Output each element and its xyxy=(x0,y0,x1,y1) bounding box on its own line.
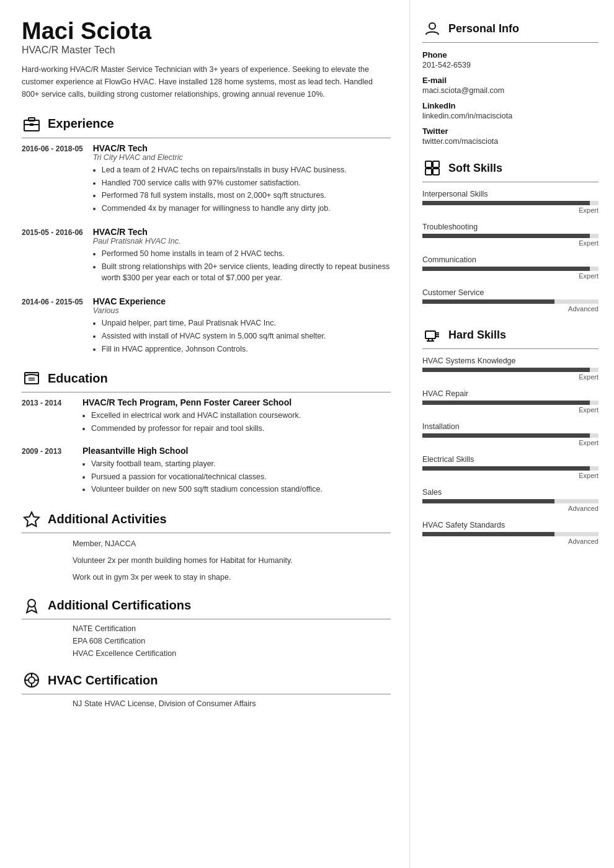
skill-bar-fill xyxy=(422,499,554,503)
svg-rect-3 xyxy=(30,123,33,126)
personal-info-icon xyxy=(422,19,442,38)
svg-point-15 xyxy=(429,23,435,29)
info-label: LinkedIn xyxy=(422,101,598,110)
skill-bar-bg xyxy=(422,433,598,438)
personal-info-fields: Phone201-542-6539E-mailmaci.sciota@gmail… xyxy=(422,50,598,146)
soft-skills-icon xyxy=(422,158,442,178)
education-header: Education xyxy=(22,368,391,392)
left-column: Maci Sciota HVAC/R Master Tech Hard-work… xyxy=(0,0,409,868)
exp-job-title: HVAC/R Tech xyxy=(93,227,391,237)
info-label: E-mail xyxy=(422,76,598,85)
edu-bullet: Commended by professor for repair and to… xyxy=(91,423,391,435)
info-value: 201-542-6539 xyxy=(422,61,598,69)
skill-level: Expert xyxy=(422,373,598,381)
hard-skills-icon xyxy=(422,325,442,345)
cert-item: HVAC Excellence Certification xyxy=(73,649,391,658)
education-title: Education xyxy=(48,371,108,386)
skill-bar-bg xyxy=(422,532,598,536)
edu-content: HVAC/R Tech Program, Penn Foster Career … xyxy=(82,397,391,436)
exp-bullets: Led a team of 2 HVAC techs on repairs/in… xyxy=(93,164,391,215)
personal-info-title: Personal Info xyxy=(448,22,519,35)
skill-name: HVAC Safety Standards xyxy=(422,521,598,529)
experience-section: Experience 2016-06 - 2018-05HVAC/R TechT… xyxy=(22,114,391,356)
experience-entry: 2016-06 - 2018-05HVAC/R TechTri City HVA… xyxy=(22,143,391,216)
skill-name: Troubleshooting xyxy=(422,223,598,231)
header: Maci Sciota HVAC/R Master Tech Hard-work… xyxy=(22,19,391,100)
activities-title: Additional Activities xyxy=(48,512,167,526)
skill-bar-bg xyxy=(422,234,598,238)
activities-list: Member, NJACCAVolunteer 2x per month bui… xyxy=(22,538,391,583)
skill-item: TroubleshootingExpert xyxy=(422,223,598,247)
edu-dates: 2013 - 2014 xyxy=(22,397,73,436)
exp-bullet: Fill in HVAC apprentice, Johnson Control… xyxy=(102,343,391,355)
resume-wrapper: Maci Sciota HVAC/R Master Tech Hard-work… xyxy=(0,0,614,868)
skill-name: Interpersonal Skills xyxy=(422,190,598,198)
exp-dates: 2015-05 - 2016-06 xyxy=(22,227,83,285)
candidate-name: Maci Sciota xyxy=(22,19,391,45)
skill-bar-fill xyxy=(422,267,590,271)
exp-bullet: Commended 4x by manager for willingness … xyxy=(102,203,391,215)
candidate-summary: Hard-working HVAC/R Master Service Techn… xyxy=(22,63,391,100)
right-column: Personal Info Phone201-542-6539E-mailmac… xyxy=(409,0,614,868)
exp-bullet: Unpaid helper, part time, Paul Pratisnak… xyxy=(102,317,391,329)
skill-bar-fill xyxy=(422,532,554,536)
activity-item: Member, NJACCA xyxy=(73,538,391,550)
exp-content: HVAC ExperienceVariousUnpaid helper, par… xyxy=(93,296,391,356)
exp-bullet: Performed 50 home installs in team of 2 … xyxy=(102,248,391,260)
skill-level: Advanced xyxy=(422,305,598,312)
skill-name: HVAC Repair xyxy=(422,389,598,398)
hard-skills-list: HVAC Systems KnowledgeExpertHVAC RepairE… xyxy=(422,356,598,545)
skill-bar-fill xyxy=(422,401,590,405)
activity-item: Work out in gym 3x per week to stay in s… xyxy=(73,572,391,583)
skill-name: Installation xyxy=(422,422,598,431)
skill-bar-bg xyxy=(422,499,598,503)
education-section: Education 2013 - 2014HVAC/R Tech Program… xyxy=(22,368,391,497)
exp-bullet: Assisted with install of HVAC system in … xyxy=(102,330,391,342)
edu-school: HVAC/R Tech Program, Penn Foster Career … xyxy=(82,397,391,407)
activities-section: Additional Activities Member, NJACCAVolu… xyxy=(22,509,391,583)
skill-item: SalesAdvanced xyxy=(422,488,598,512)
exp-dates: 2016-06 - 2018-05 xyxy=(22,143,83,216)
experience-entries: 2016-06 - 2018-05HVAC/R TechTri City HVA… xyxy=(22,143,391,356)
hvac-cert-icon xyxy=(22,670,42,690)
info-value: linkedin.com/in/macisciota xyxy=(422,112,598,120)
certifications-icon xyxy=(22,595,42,615)
skill-bar-fill xyxy=(422,433,590,438)
edu-school: Pleasantville High School xyxy=(82,446,391,456)
edu-bullet: Varsity football team, starting player. xyxy=(91,458,391,470)
exp-bullet: Built strong relationships with 20+ serv… xyxy=(102,261,391,285)
hvac-cert-header: HVAC Certification xyxy=(22,670,391,694)
skill-item: HVAC RepairExpert xyxy=(422,389,598,414)
skill-level: Expert xyxy=(422,272,598,280)
edu-bullet: Pursued a passion for vocational/technic… xyxy=(91,471,391,483)
exp-job-title: HVAC Experience xyxy=(93,296,391,306)
svg-rect-18 xyxy=(425,169,432,175)
certifications-header: Additional Certifications xyxy=(22,595,391,619)
skill-item: HVAC Safety StandardsAdvanced xyxy=(422,521,598,545)
skill-item: HVAC Systems KnowledgeExpert xyxy=(422,356,598,381)
skill-item: CommunicationExpert xyxy=(422,255,598,280)
skill-bar-fill xyxy=(422,299,554,304)
skill-bar-bg xyxy=(422,201,598,205)
exp-company: Tri City HVAC and Electric xyxy=(93,153,391,162)
info-label: Twitter xyxy=(422,126,598,136)
activities-icon xyxy=(22,509,42,529)
svg-rect-20 xyxy=(425,331,435,339)
activities-header: Additional Activities xyxy=(22,509,391,533)
soft-skills-title: Soft Skills xyxy=(448,162,502,175)
experience-entry: 2014-06 - 2015-05HVAC ExperienceVariousU… xyxy=(22,296,391,356)
info-value: twitter.com/macisciota xyxy=(422,137,598,146)
education-entry: 2009 - 2013Pleasantville High SchoolVars… xyxy=(22,446,391,497)
cert-item: EPA 608 Certification xyxy=(73,637,391,645)
exp-bullet: Performed 78 full system installs, most … xyxy=(102,190,391,202)
personal-info-header: Personal Info xyxy=(422,19,598,43)
skill-level: Expert xyxy=(422,439,598,446)
skill-name: Electrical Skills xyxy=(422,455,598,464)
experience-icon xyxy=(22,114,42,134)
exp-job-title: HVAC/R Tech xyxy=(93,143,391,153)
skill-level: Advanced xyxy=(422,538,598,545)
hard-skills-title: Hard Skills xyxy=(448,329,506,342)
edu-bullet: Volunteer builder on new 500 sq/ft stadi… xyxy=(91,484,391,495)
skill-bar-fill xyxy=(422,368,590,372)
hvac-cert-title: HVAC Certification xyxy=(48,673,158,688)
